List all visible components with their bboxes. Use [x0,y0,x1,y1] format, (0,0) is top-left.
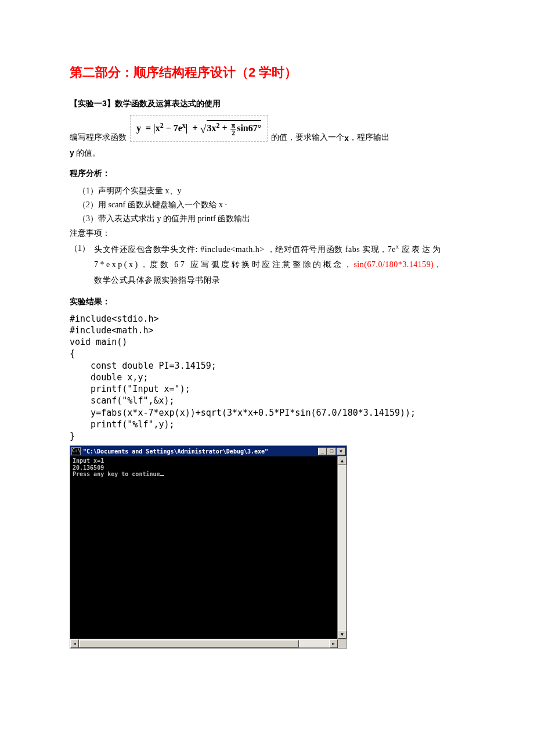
text-mid: 的值，要求输入一个 [271,132,344,143]
vertical-track[interactable] [338,465,347,630]
note-label: （1） [70,241,94,257]
console-output: Input x=1 20.136509 Press any key to con… [70,456,337,639]
cmd-icon: C:\ [71,447,81,455]
page-title: 第二部分：顺序结构程序设计（2 学时） [70,64,464,81]
console-body-wrap: Input x=1 20.136509 Press any key to con… [70,456,347,639]
experiment-heading: 【实验一3】数学函数及运算表达式的使用 [70,99,464,109]
step-1: （1）声明两个实型变量 x、y [70,185,464,197]
document-page: 第二部分：顺序结构程序设计（2 学时） 【实验一3】数学函数及运算表达式的使用 … [0,0,534,672]
variable-x: x [344,134,349,143]
step-2: （2）用 scanf 函数从键盘输入一个数给 x · [70,199,464,211]
close-button[interactable]: × [337,448,345,455]
formula-line: 编写程序求函数 y = |x2 − 7ex| + √ 3x2 + π2sin67… [70,115,464,143]
maximize-button[interactable]: □ [327,448,336,455]
console-window: C:\ "C:\Documents and Settings\Administr… [70,445,347,649]
notes-heading: 注意事项： [70,227,464,240]
line2: y 的值。 [70,146,464,160]
note-red: sin(67.0/180*3.14159) [353,260,434,269]
note-content: 头文件还应包含数学头文件: #include<math.h> ，绝对值符号用函数… [94,241,442,288]
console-titlebar: C:\ "C:\Documents and Settings\Administr… [70,446,347,456]
scroll-right-button[interactable]: ► [329,639,338,648]
code-block: #include<stdio.h> #include<math.h> void … [70,313,464,442]
horizontal-scrollbar[interactable]: ◄ ► [70,639,347,648]
minimize-button[interactable]: _ [318,448,327,455]
result-heading: 实验结果： [70,297,464,307]
variable-y: y [70,148,74,157]
vertical-scrollbar[interactable]: ▲ ▼ [337,456,347,639]
text-before-formula: 编写程序求函数 [70,132,127,143]
scroll-corner [338,639,347,648]
scroll-up-button[interactable]: ▲ [338,456,347,465]
text-post: ，程序输出 [349,132,389,143]
horizontal-track[interactable] [79,639,329,648]
step-3: （3）带入表达式求出 y 的值并用 printf 函数输出 [70,213,464,225]
cursor-icon [160,475,164,476]
analysis-heading: 程序分析： [70,168,464,179]
formula-image: y = |x2 − 7ex| + √ 3x2 + π2sin67° [130,115,268,142]
window-buttons: _ □ × [318,448,345,455]
scroll-down-button[interactable]: ▼ [338,630,347,639]
scroll-left-button[interactable]: ◄ [70,639,79,648]
horizontal-thumb[interactable] [79,640,299,647]
note-1: （1）头文件还应包含数学头文件: #include<math.h> ，绝对值符号… [70,241,464,288]
console-title-text: "C:\Documents and Settings\Administrator… [83,448,318,455]
